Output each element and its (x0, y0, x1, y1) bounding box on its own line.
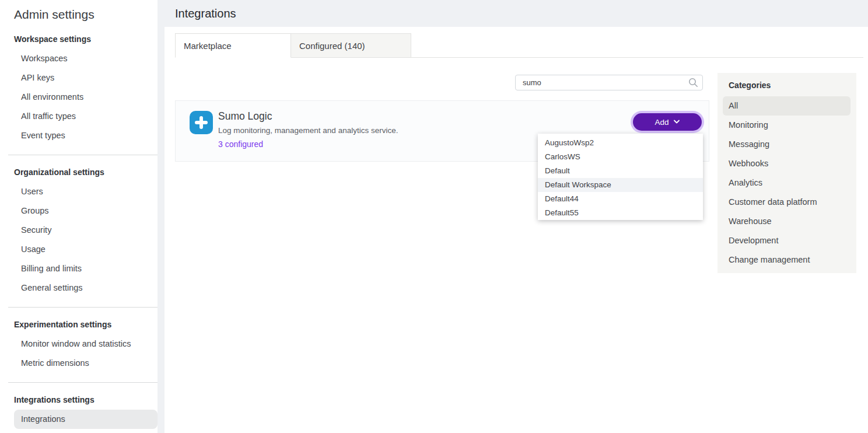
search-input[interactable] (515, 75, 703, 90)
categories-panel: Categories All Monitoring Messaging Webh… (718, 73, 856, 273)
sidebar-item-billing-and-limits[interactable]: Billing and limits (0, 259, 158, 278)
sidebar-item-metric-dimensions[interactable]: Metric dimensions (0, 354, 158, 373)
category-analytics[interactable]: Analytics (718, 173, 856, 193)
sidebar-title: Admin settings (14, 7, 158, 22)
sidebar-section-workspace: Workspace settings Workspaces API keys A… (0, 34, 158, 145)
page-header: Integrations (164, 0, 868, 27)
chevron-down-icon (673, 120, 680, 124)
category-development[interactable]: Development (718, 231, 856, 250)
main-content: Marketplace Configured (140) Sumo Logic … (164, 27, 868, 433)
section-heading-organizational-settings: Organizational settings (14, 167, 158, 177)
sidebar-item-integrations[interactable]: Integrations (14, 410, 158, 429)
sidebar-section-organizational: Organizational settings Users Groups Sec… (0, 167, 158, 298)
tab-marketplace[interactable]: Marketplace (175, 33, 291, 58)
add-button[interactable]: Add (633, 113, 702, 131)
sidebar-item-security[interactable]: Security (0, 221, 158, 240)
category-customer-data-platform[interactable]: Customer data platform (718, 193, 856, 212)
categories-heading: Categories (729, 80, 856, 90)
dropdown-option-default55[interactable]: Default55 (538, 206, 703, 220)
sidebar-item-all-environments[interactable]: All environments (0, 88, 158, 107)
search-box (515, 75, 703, 90)
add-button-label: Add (654, 118, 668, 127)
search-icon[interactable] (688, 78, 698, 88)
section-heading-workspace-settings: Workspace settings (14, 34, 158, 44)
sidebar-item-api-keys[interactable]: API keys (0, 68, 158, 88)
dropdown-option-carlosws[interactable]: CarlosWS (538, 150, 703, 164)
tab-bar: Marketplace Configured (140) (175, 34, 863, 58)
sidebar-item-event-types[interactable]: Event types (0, 126, 158, 145)
sidebar-item-usage[interactable]: Usage (0, 240, 158, 259)
admin-settings-page: Admin settings Workspace settings Worksp… (0, 0, 868, 433)
dropdown-option-default[interactable]: Default (538, 164, 703, 178)
sidebar-item-groups[interactable]: Groups (0, 201, 158, 221)
workspace-dropdown: AugustoWsp2 CarlosWS Default Default Wor… (538, 134, 703, 220)
category-webhooks[interactable]: Webhooks (718, 154, 856, 173)
sidebar-item-general-settings[interactable]: General settings (0, 278, 158, 298)
sumo-logic-plus-icon (190, 111, 213, 134)
category-messaging[interactable]: Messaging (718, 135, 856, 154)
dropdown-option-default-workspace[interactable]: Default Workspace (538, 178, 703, 192)
sidebar-separator (8, 307, 158, 308)
sidebar-item-monitor-window-and-statistics[interactable]: Monitor window and statistics (0, 334, 158, 354)
sidebar-item-users[interactable]: Users (0, 182, 158, 201)
sidebar: Admin settings Workspace settings Worksp… (0, 0, 158, 433)
sidebar-item-workspaces[interactable]: Workspaces (0, 49, 158, 68)
dropdown-option-augustowsp2[interactable]: AugustoWsp2 (538, 136, 703, 150)
tab-configured[interactable]: Configured (140) (291, 33, 411, 57)
integration-description: Log monitoring, management and analytics… (218, 126, 398, 135)
sidebar-section-integrations: Integrations settings Integrations (0, 394, 158, 429)
integration-title: Sumo Logic (218, 110, 272, 123)
sidebar-section-experimentation: Experimentation settings Monitor window … (0, 319, 158, 373)
category-all[interactable]: All (723, 96, 850, 116)
sidebar-separator (8, 382, 158, 383)
page-title: Integrations (175, 7, 236, 20)
categories-list: All Monitoring Messaging Webhooks Analyt… (718, 96, 856, 270)
sidebar-separator (8, 155, 158, 155)
category-change-management[interactable]: Change management (718, 250, 856, 270)
section-heading-experimentation-settings: Experimentation settings (14, 319, 158, 330)
sidebar-item-all-traffic-types[interactable]: All traffic types (0, 107, 158, 126)
configured-count-link[interactable]: 3 configured (218, 139, 263, 149)
category-warehouse[interactable]: Warehouse (718, 212, 856, 231)
dropdown-option-default44[interactable]: Default44 (538, 192, 703, 206)
category-monitoring[interactable]: Monitoring (718, 116, 856, 135)
section-heading-integrations-settings: Integrations settings (14, 394, 158, 405)
